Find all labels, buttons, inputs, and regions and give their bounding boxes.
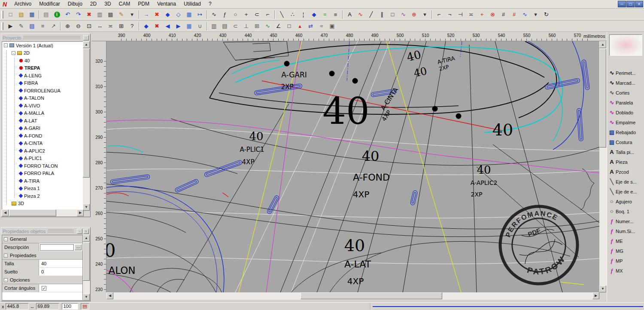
- tool-boq-1[interactable]: ○Boq. 1: [608, 206, 644, 216]
- tool-pzcod[interactable]: APzcod: [608, 167, 644, 177]
- expander-icon[interactable]: -: [12, 51, 15, 55]
- parallel-lines-button[interactable]: ∥: [377, 10, 387, 19]
- menu-cam[interactable]: CAM: [115, 0, 134, 8]
- delete-piece-button[interactable]: ✖: [152, 21, 162, 31]
- panel-rows-button[interactable]: ▥: [209, 21, 219, 31]
- menu-3d[interactable]: 3D: [100, 0, 115, 8]
- redo-button[interactable]: ↷: [73, 10, 84, 19]
- menu-archivo[interactable]: Archivo: [10, 0, 35, 8]
- tool-me[interactable]: ƒME: [608, 236, 644, 246]
- tool-pieza[interactable]: APieza: [608, 157, 644, 167]
- drawing-canvas[interactable]: PERFOMANCE PATROW PDF A-GARI2XP404040A-T…: [106, 41, 599, 292]
- scrollbar-thumb[interactable]: [83, 242, 90, 281]
- scroll-up-button[interactable]: ▲: [83, 41, 90, 48]
- anchor-button[interactable]: ⊥: [241, 21, 252, 31]
- tool-mx[interactable]: ƒMX: [608, 266, 644, 276]
- grid-red-button[interactable]: #: [509, 10, 519, 19]
- pen-menu-button[interactable]: ▾: [127, 10, 137, 19]
- save-button[interactable]: ▦: [27, 10, 37, 19]
- snap-point-button[interactable]: ⊕: [409, 10, 419, 19]
- scroll-left-button[interactable]: ◀: [106, 292, 113, 299]
- pen-button[interactable]: ✎: [116, 10, 127, 19]
- tool-num-si[interactable]: ƒNum.Si...: [608, 226, 644, 236]
- zoom-out-button[interactable]: ⊖: [73, 21, 84, 31]
- open-folder-button[interactable]: ▧: [16, 10, 27, 19]
- nav-diamond-button[interactable]: ◆: [162, 10, 173, 19]
- prev-piece-button[interactable]: ◀: [162, 21, 173, 31]
- tree-item-2d[interactable]: -2D: [2, 49, 84, 57]
- toolbar-grip[interactable]: [1, 11, 3, 18]
- print-button[interactable]: ▩: [105, 10, 116, 19]
- section-opciones[interactable]: -Opciones: [2, 276, 82, 284]
- target-button[interactable]: ⊗: [487, 10, 498, 19]
- tool-mp[interactable]: ƒMP: [608, 256, 644, 266]
- grid-button[interactable]: #: [498, 10, 509, 19]
- properties-scrollbar[interactable]: ▲ ▼: [83, 235, 90, 301]
- tree-item-3d[interactable]: 3D: [2, 200, 84, 208]
- menu-utilidad[interactable]: Utilidad: [180, 0, 205, 8]
- link-button[interactable]: ⊂: [230, 21, 241, 31]
- menu-2d[interactable]: 2D: [86, 0, 100, 8]
- zoom-in-button[interactable]: ⊕: [62, 21, 73, 31]
- menu-ventana[interactable]: Ventana: [153, 0, 180, 8]
- move-button[interactable]: +: [241, 10, 252, 19]
- collapse-icon[interactable]: -: [4, 278, 8, 282]
- curve-button[interactable]: ∿: [209, 10, 219, 19]
- tool-costura[interactable]: ▨Costura: [608, 137, 644, 147]
- tree-horizontal-scrollbar[interactable]: ◀ ▶: [2, 209, 84, 216]
- maximize-button[interactable]: □: [626, 1, 635, 7]
- grid-snap-button[interactable]: ⊞: [116, 21, 127, 31]
- select-pointer-button[interactable]: ▶: [5, 21, 16, 31]
- wave-button[interactable]: ∿: [398, 10, 409, 19]
- magnet-button[interactable]: ∪: [194, 21, 205, 31]
- panel-close-button[interactable]: ×: [83, 229, 89, 234]
- diamond-button[interactable]: ◆: [309, 10, 319, 19]
- menu-help[interactable]: ?: [205, 0, 216, 8]
- zoom-value[interactable]: 100: [62, 303, 78, 310]
- scale-list-button[interactable]: ▤: [81, 303, 89, 310]
- refresh-button[interactable]: ↻: [541, 10, 552, 19]
- collapse-icon[interactable]: -: [4, 237, 8, 241]
- scroll-down-button[interactable]: ▼: [83, 294, 90, 301]
- stamp-tool-button[interactable]: ▣: [327, 21, 337, 31]
- measure-button[interactable]: ≍: [105, 21, 116, 31]
- sketch-button[interactable]: ∿: [355, 10, 366, 19]
- tool-rebajado[interactable]: ▨Rebajado: [608, 127, 644, 137]
- marker-button[interactable]: ▴: [295, 21, 305, 31]
- field-value[interactable]: [40, 244, 74, 251]
- fillet-button[interactable]: ⌐: [262, 10, 273, 19]
- calculator-button[interactable]: ▦: [184, 10, 194, 19]
- panel-cols-button[interactable]: ▤: [219, 21, 230, 31]
- points-button[interactable]: ∴: [287, 10, 298, 19]
- menu-pdm[interactable]: PDM: [134, 0, 153, 8]
- tool-eje-de-s[interactable]: ╲Eje de s...: [608, 177, 644, 187]
- checkbox[interactable]: ✓: [42, 286, 46, 291]
- line-button[interactable]: ╲: [276, 10, 287, 19]
- arc-button[interactable]: ⊂: [252, 10, 262, 19]
- field-value[interactable]: 0: [39, 269, 82, 274]
- snap-menu-button[interactable]: ▾: [419, 10, 430, 19]
- export-button[interactable]: ↦: [194, 10, 205, 19]
- ellipsis-button[interactable]: ...: [75, 244, 82, 250]
- wave2-button[interactable]: ≈: [316, 21, 327, 31]
- table-button[interactable]: ⊞: [252, 21, 262, 31]
- tool-paralela[interactable]: ∿Paralela: [608, 98, 644, 107]
- clipboard-button[interactable]: ▥: [94, 10, 105, 19]
- tool-doblado[interactable]: ∿Doblado: [608, 107, 644, 117]
- trim-button[interactable]: ⊣: [455, 10, 466, 19]
- scrollbar-thumb[interactable]: [301, 292, 442, 299]
- close-button[interactable]: ×: [635, 1, 643, 7]
- function-curve-button[interactable]: ƒ: [219, 10, 230, 19]
- corner-right-button[interactable]: ¬: [444, 10, 455, 19]
- text-button[interactable]: A: [344, 10, 355, 19]
- select-region-button[interactable]: ◇: [173, 10, 184, 19]
- tool-empalme[interactable]: ∿Empalme: [608, 117, 644, 127]
- brush-button[interactable]: ✎: [16, 21, 27, 31]
- dimension-button[interactable]: ≍: [466, 10, 477, 19]
- help-button[interactable]: ?: [127, 21, 137, 31]
- menu-modificar[interactable]: Modificar: [35, 0, 64, 8]
- zoom-extents-button[interactable]: ↔: [94, 21, 105, 31]
- scroll-up-button[interactable]: ▲: [83, 235, 90, 242]
- expander-icon[interactable]: -: [4, 43, 8, 47]
- purge-button[interactable]: ✖: [152, 10, 162, 19]
